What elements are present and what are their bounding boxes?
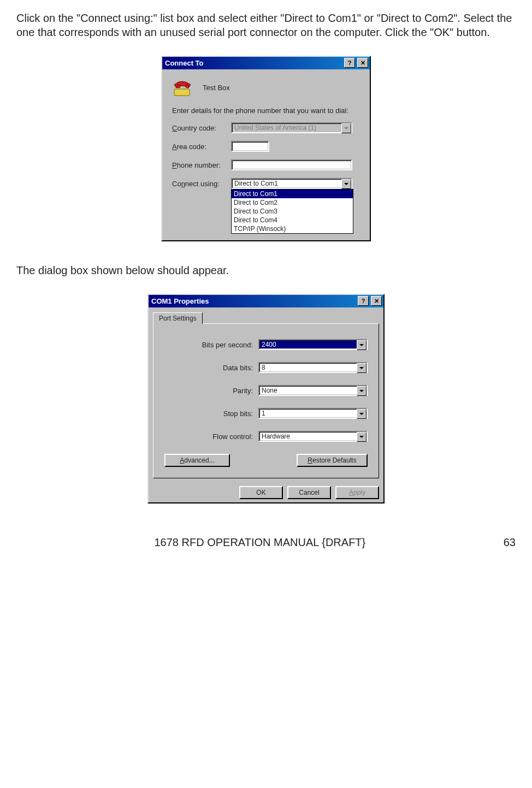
connect-using-combo[interactable]: Direct to Com1	[231, 178, 352, 189]
instruction-text: Enter details for the phone number that …	[172, 106, 360, 115]
country-code-combo: United States of America (1)	[231, 122, 352, 133]
svg-point-2	[186, 85, 189, 88]
connect-to-dialog: Connect To ? ✕ Test Box Enter details fo…	[161, 56, 371, 241]
tab-port-settings[interactable]: Port Settings	[153, 312, 203, 324]
list-item[interactable]: Direct to Com4	[232, 216, 353, 224]
parity-combo[interactable]: None	[258, 385, 368, 396]
country-code-label: Country code:	[172, 124, 231, 132]
connect-using-label: Connect using:	[172, 180, 231, 188]
bits-per-second-combo[interactable]: 2400	[258, 339, 368, 350]
svg-rect-0	[174, 89, 190, 96]
dropdown-arrow-icon[interactable]	[341, 179, 351, 189]
ok-button[interactable]: OK	[239, 486, 283, 499]
stop-bits-label: Stop bits:	[223, 410, 253, 418]
list-item[interactable]: Direct to Com1	[232, 189, 353, 198]
connect-using-dropdown-list[interactable]: Direct to Com1 Direct to Com2 Direct to …	[231, 189, 353, 234]
tab-panel: Bits per second: 2400 Data bits: 8 Parit…	[153, 323, 379, 478]
parity-label: Parity:	[233, 387, 253, 395]
phone-number-input[interactable]	[231, 159, 352, 170]
restore-defaults-button[interactable]: Restore Defaults	[297, 454, 368, 467]
flow-control-combo[interactable]: Hardware	[258, 431, 368, 442]
icon-label: Test Box	[203, 84, 230, 92]
dropdown-arrow-icon[interactable]	[357, 409, 367, 419]
titlebar: Connect To ? ✕	[162, 57, 370, 69]
help-button[interactable]: ?	[344, 58, 355, 68]
dropdown-arrow-icon	[341, 123, 351, 133]
bits-per-second-label: Bits per second:	[202, 341, 253, 349]
help-button[interactable]: ?	[358, 296, 369, 306]
dialog-title: Connect To	[165, 59, 342, 67]
area-code-input[interactable]	[231, 141, 269, 152]
dialog-button-row: OK Cancel Apply	[149, 483, 383, 502]
page-footer: 1678 RFD OPERATION MANUAL {DRAFT} 63	[16, 536, 516, 549]
data-bits-combo[interactable]: 8	[258, 362, 368, 373]
advanced-button[interactable]: Advanced...	[164, 454, 230, 467]
area-code-label: Area code:	[172, 143, 231, 151]
close-button[interactable]: ✕	[357, 58, 368, 68]
phone-number-label: Phone number:	[172, 161, 231, 169]
list-item[interactable]: Direct to Com2	[232, 198, 353, 207]
page-number: 63	[504, 536, 516, 549]
com1-properties-dialog: COM1 Properties ? ✕ Port Settings Bits p…	[147, 294, 385, 503]
data-bits-label: Data bits:	[223, 364, 253, 372]
list-item[interactable]: Direct to Com3	[232, 207, 353, 216]
dropdown-arrow-icon[interactable]	[357, 386, 367, 396]
footer-title: 1678 RFD OPERATION MANUAL {DRAFT}	[154, 536, 365, 549]
cancel-button[interactable]: Cancel	[287, 486, 331, 499]
close-button[interactable]: ✕	[371, 296, 382, 306]
apply-button[interactable]: Apply	[335, 486, 379, 499]
instruction-paragraph-2: The dialog box shown below should appear…	[16, 263, 516, 277]
figure-com1-properties: COM1 Properties ? ✕ Port Settings Bits p…	[16, 294, 516, 503]
flow-control-label: Flow control:	[212, 432, 253, 441]
titlebar: COM1 Properties ? ✕	[149, 295, 383, 307]
phone-icon	[172, 77, 194, 98]
dialog-title: COM1 Properties	[151, 297, 356, 305]
svg-point-1	[177, 85, 180, 88]
dropdown-arrow-icon[interactable]	[357, 340, 367, 350]
stop-bits-combo[interactable]: 1	[258, 408, 368, 419]
dropdown-arrow-icon[interactable]	[357, 432, 367, 442]
list-item[interactable]: TCP/IP (Winsock)	[232, 224, 353, 233]
dropdown-arrow-icon[interactable]	[357, 363, 367, 373]
instruction-paragraph-1: Click on the "Connect using:" list box a…	[16, 11, 516, 39]
figure-connect-to: Connect To ? ✕ Test Box Enter details fo…	[16, 56, 516, 241]
